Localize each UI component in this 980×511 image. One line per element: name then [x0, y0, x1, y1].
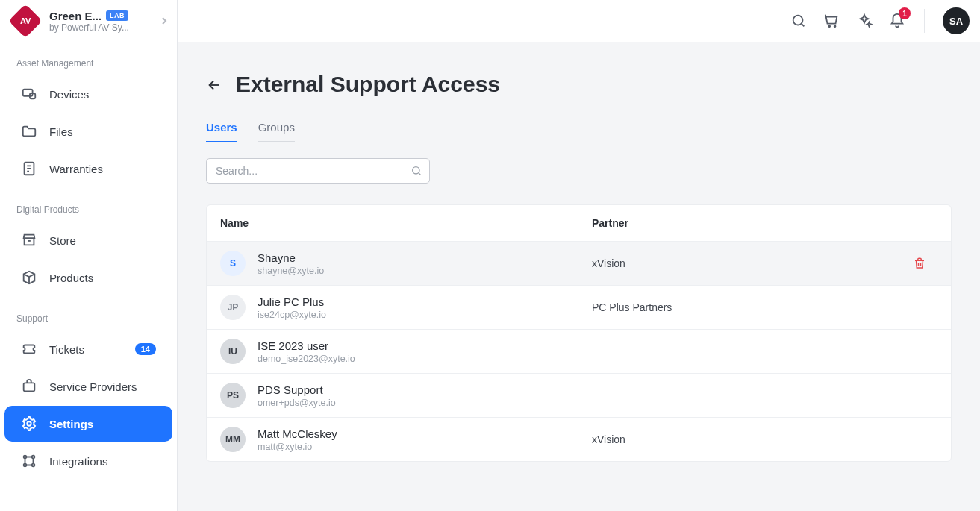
sidebar-item-label: Settings	[49, 418, 156, 430]
org-subtitle: by Powerful AV Sy...	[49, 22, 139, 33]
sidebar-item-label: Integrations	[49, 455, 156, 468]
main-area: 1 SA External Support Access UsersGroups…	[178, 0, 980, 511]
col-header-partner: Partner	[592, 217, 902, 229]
org-text: Green E... LAB by Powerful AV Sy...	[49, 10, 152, 33]
table-row[interactable]: SShayneshayne@xyte.ioxVision	[207, 241, 951, 285]
sidebar-item-label: Devices	[49, 88, 156, 101]
sidebar-item-settings[interactable]: Settings	[4, 406, 172, 442]
cart-icon[interactable]	[823, 12, 840, 30]
store-icon	[21, 232, 37, 248]
user-name: PDS Support	[258, 383, 336, 396]
org-badge: LAB	[106, 10, 128, 21]
user-name: Matt McCleskey	[258, 427, 337, 440]
sidebar-item-tickets[interactable]: Tickets14	[4, 331, 172, 367]
users-table: Name Partner SShayneshayne@xyte.ioxVisio…	[206, 204, 952, 462]
org-title: Green E...	[49, 10, 102, 22]
table-row[interactable]: PSPDS Supportomer+pds@xyte.io	[207, 373, 951, 417]
svg-point-10	[828, 25, 830, 27]
search-input[interactable]	[206, 158, 430, 184]
files-icon	[21, 123, 37, 139]
section-label: Support	[0, 297, 177, 330]
nav-badge: 14	[135, 343, 156, 355]
delete-button[interactable]	[913, 257, 926, 270]
user-avatar: JP	[220, 295, 246, 320]
content: External Support Access UsersGroups Name…	[178, 42, 980, 511]
sidebar-item-files[interactable]: Files	[4, 113, 172, 149]
user-avatar: IU	[220, 339, 246, 364]
tab-users[interactable]: Users	[206, 121, 237, 142]
cell-name: MMMatt McCleskeymatt@xyte.io	[220, 427, 592, 452]
section-label: Asset Management	[0, 42, 177, 75]
tab-groups[interactable]: Groups	[258, 121, 295, 142]
cell-name: SShayneshayne@xyte.io	[220, 251, 592, 276]
sidebar-item-integrations[interactable]: Integrations	[4, 443, 172, 479]
user-name: Julie PC Plus	[258, 295, 326, 308]
cell-name: JPJulie PC Plusise24cp@xyte.io	[220, 295, 592, 320]
cell-name: PSPDS Supportomer+pds@xyte.io	[220, 383, 592, 408]
sidebar-item-label: Service Providers	[49, 380, 156, 393]
sidebar-item-devices[interactable]: Devices	[4, 76, 172, 112]
devices-icon	[21, 86, 37, 102]
user-email: omer+pds@xyte.io	[258, 398, 336, 408]
col-header-actions	[902, 217, 937, 229]
table-row[interactable]: IUISE 2023 userdemo_ise2023@xyte.io	[207, 329, 951, 373]
service-providers-icon	[21, 378, 37, 395]
divider	[924, 9, 925, 33]
svg-rect-3	[24, 383, 35, 391]
tickets-icon	[21, 341, 37, 357]
sidebar-item-service-providers[interactable]: Service Providers	[4, 369, 172, 404]
sidebar-item-label: Warranties	[49, 163, 156, 175]
tabs: UsersGroups	[206, 121, 952, 143]
section-label: Digital Products	[0, 188, 177, 221]
table-row[interactable]: JPJulie PC Plusise24cp@xyte.ioPC Plus Pa…	[207, 285, 951, 329]
settings-icon	[21, 416, 37, 432]
sidebar: AV Green E... LAB by Powerful AV Sy... A…	[0, 0, 178, 511]
integrations-icon	[21, 453, 37, 469]
user-email: ise24cp@xyte.io	[258, 310, 326, 320]
sparkle-icon[interactable]	[855, 12, 873, 30]
user-email: demo_ise2023@xyte.io	[258, 354, 355, 364]
org-selector[interactable]: AV Green E... LAB by Powerful AV Sy...	[0, 0, 177, 42]
col-header-name: Name	[220, 217, 592, 229]
user-avatar: MM	[220, 427, 246, 452]
cell-partner: PC Plus Partners	[592, 301, 902, 313]
topbar: 1 SA	[178, 0, 980, 42]
table-header: Name Partner	[207, 205, 951, 241]
user-avatar[interactable]: SA	[943, 7, 970, 34]
table-row[interactable]: MMMatt McCleskeymatt@xyte.ioxVision	[207, 417, 951, 461]
sidebar-item-label: Tickets	[49, 343, 123, 356]
sidebar-item-warranties[interactable]: Warranties	[4, 151, 172, 186]
bell-icon[interactable]: 1	[888, 12, 906, 30]
cell-partner: xVision	[592, 257, 902, 269]
search-icon[interactable]	[790, 12, 808, 30]
user-email: matt@xyte.io	[258, 442, 337, 452]
page-header: External Support Access	[206, 72, 952, 97]
cell-name: IUISE 2023 userdemo_ise2023@xyte.io	[220, 339, 592, 364]
back-arrow-icon[interactable]	[206, 77, 221, 92]
svg-point-8	[32, 464, 35, 467]
org-logo-text: AV	[20, 16, 31, 25]
page-title: External Support Access	[236, 72, 500, 97]
user-name: ISE 2023 user	[258, 339, 355, 352]
user-email: shayne@xyte.io	[258, 266, 324, 276]
svg-point-11	[834, 25, 836, 27]
user-name: Shayne	[258, 251, 324, 264]
notification-count: 1	[899, 7, 911, 19]
svg-rect-0	[23, 90, 33, 96]
chevron-right-icon	[160, 16, 168, 26]
products-icon	[21, 269, 37, 286]
svg-point-4	[27, 421, 31, 426]
sidebar-item-label: Products	[49, 272, 156, 284]
cell-actions	[902, 257, 937, 270]
sidebar-item-store[interactable]: Store	[4, 222, 172, 258]
sidebar-item-label: Files	[49, 125, 156, 138]
sidebar-item-label: Store	[49, 234, 156, 247]
warranties-icon	[21, 160, 37, 177]
sidebar-item-products[interactable]: Products	[4, 260, 172, 295]
cell-partner: xVision	[592, 433, 902, 445]
svg-point-7	[24, 464, 27, 467]
search-wrapper	[206, 158, 430, 184]
svg-point-6	[32, 456, 35, 459]
user-avatar: PS	[220, 383, 246, 408]
svg-point-9	[793, 16, 803, 25]
